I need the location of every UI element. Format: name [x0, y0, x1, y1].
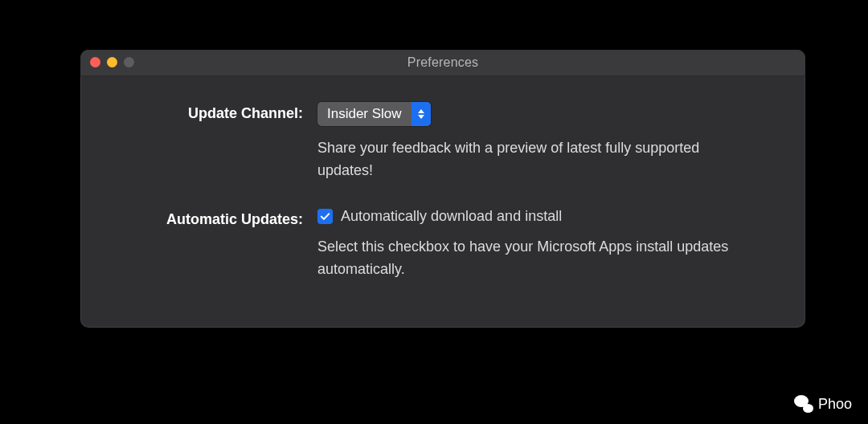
automatic-updates-checkbox[interactable]	[317, 209, 333, 224]
automatic-updates-control: Automatically download and install Selec…	[317, 208, 773, 281]
update-channel-label: Update Channel:	[113, 102, 317, 122]
checkmark-icon	[320, 211, 330, 222]
update-channel-helper: Share your feedback with a preview of la…	[317, 137, 735, 182]
close-icon[interactable]	[90, 57, 100, 67]
automatic-updates-label: Automatic Updates:	[113, 208, 317, 228]
watermark-text: Phoo	[818, 396, 852, 413]
maximize-icon[interactable]	[124, 57, 134, 67]
wechat-icon	[794, 395, 813, 413]
update-channel-value: Insider Slow	[317, 102, 411, 126]
preferences-content: Update Channel: Insider Slow Share your …	[80, 76, 805, 315]
automatic-updates-checkbox-label: Automatically download and install	[341, 208, 562, 225]
automatic-updates-row: Automatic Updates: Automatically downloa…	[113, 208, 773, 281]
titlebar: Preferences	[80, 50, 805, 76]
select-stepper-icon	[411, 102, 431, 126]
window-controls	[90, 57, 134, 67]
automatic-updates-checkbox-line: Automatically download and install	[317, 208, 773, 225]
update-channel-select[interactable]: Insider Slow	[317, 102, 431, 126]
minimize-icon[interactable]	[107, 57, 117, 67]
automatic-updates-helper: Select this checkbox to have your Micros…	[317, 236, 735, 281]
update-channel-row: Update Channel: Insider Slow Share your …	[113, 102, 773, 182]
window-title: Preferences	[80, 55, 805, 70]
update-channel-control: Insider Slow Share your feedback with a …	[317, 102, 773, 182]
preferences-window: Preferences Update Channel: Insider Slow…	[80, 50, 805, 328]
watermark: Phoo	[794, 395, 852, 413]
